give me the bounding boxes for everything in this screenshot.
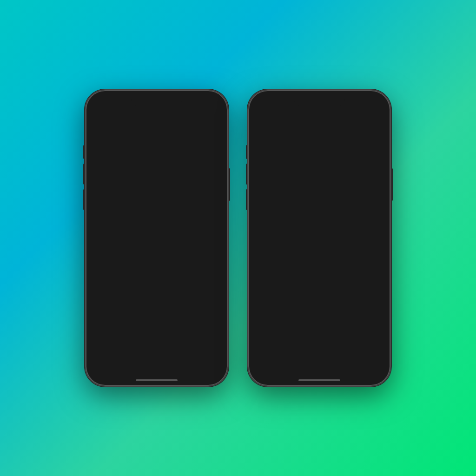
svg-point-8	[110, 172, 131, 185]
svg-point-42	[195, 261, 200, 264]
eye-icon-right: 👁	[374, 113, 378, 118]
video-cell-2	[157, 124, 229, 217]
following-button-mrmnv[interactable]: Following	[344, 241, 384, 254]
video-cell-3: Miss seeing you go Live! photosbyean Wel…	[85, 218, 156, 311]
svg-point-48	[270, 150, 296, 163]
room-info-arsh: arshfam Arsh	[281, 325, 348, 338]
live-header-right: mr.mnv, aashna... LIVE 👁 12k	[247, 107, 391, 124]
room-info-aashna: aashnahegde Aashna Hegde	[281, 270, 348, 282]
panel-handle	[311, 212, 328, 213]
video-cell-1	[85, 124, 156, 217]
room-person-3: unnati_m Unnati Malharkar Follow	[247, 290, 391, 317]
viewer-count-right: 👁 12k	[374, 113, 387, 118]
svg-rect-0	[85, 124, 156, 217]
dots-icon[interactable]: ···	[187, 362, 193, 370]
viewer-count-left: 👁 12k	[200, 113, 213, 118]
svg-rect-50	[291, 156, 296, 165]
room-info-unnati: unnati_m Unnati Malharkar	[281, 298, 348, 310]
wifi-icon: ▲	[207, 99, 212, 105]
svg-point-84	[260, 324, 270, 329]
svg-point-1	[93, 189, 148, 217]
signal-icon: ▐▐▐	[195, 99, 205, 105]
svg-point-41	[185, 261, 190, 264]
battery-icon: ▬	[214, 99, 219, 105]
comment-2: travis_shreds18 This was the best surpri…	[89, 290, 152, 307]
request-join-row[interactable]: Request to Join	[247, 347, 391, 377]
follow-button-arsh[interactable]: Follow	[353, 325, 384, 337]
room-subtitle-unnati: Unnati Malharkar	[281, 304, 348, 310]
signal-icon-r: ▐▐▐	[357, 99, 368, 105]
status-bar-right: 9:41 ▐▐▐ ▲ ▬	[247, 89, 391, 107]
heart-icon-1[interactable]: 🤍	[215, 240, 225, 251]
status-bar-left: 9:41 ▐▐▐ ▲ ▬	[85, 89, 229, 107]
follow-button-unnati[interactable]: Follow	[353, 298, 384, 310]
heart-icon-2[interactable]: 🤍	[217, 265, 225, 272]
heart-button[interactable]: ♡	[218, 362, 224, 371]
live-header-left: mr.mnv, aashnahe... LIVE 👁 12k ✕	[85, 107, 229, 124]
status-icons-left: ▐▐▐ ▲ ▬	[195, 99, 219, 105]
svg-point-69	[260, 240, 270, 245]
panel-title: In This Room	[247, 218, 391, 226]
svg-point-64	[348, 168, 352, 172]
comment-avatar-1	[89, 277, 99, 286]
svg-point-52	[276, 165, 280, 169]
room-username-mrmnv: mr.mnv	[281, 242, 338, 249]
svg-rect-7	[128, 157, 133, 166]
video-grid-left: Miss seeing you go Live! photosbyean Wel…	[85, 124, 229, 311]
svg-point-13	[118, 172, 123, 175]
svg-point-5	[107, 150, 133, 164]
svg-point-9	[113, 167, 118, 171]
follow-button-aashna[interactable]: Follow	[353, 270, 384, 282]
svg-point-60	[344, 154, 368, 164]
svg-point-47	[270, 155, 296, 183]
comment-input[interactable]: Add a Comment...	[89, 359, 184, 374]
request-join-text: Request to Join	[281, 359, 326, 366]
svg-point-10	[122, 167, 127, 171]
question-icon[interactable]: ?	[198, 362, 202, 370]
room-username-aashna: aashnahegde	[281, 270, 348, 277]
comment-text-2: travis_shreds18 This was the best surpri…	[101, 290, 152, 307]
power-button-r[interactable]	[391, 168, 393, 201]
svg-rect-46	[279, 176, 288, 185]
phone-left: 9:41 ▐▐▐ ▲ ▬ mr.mnv, aashnahe... LIVE 👁 …	[85, 89, 229, 387]
svg-point-74	[260, 269, 270, 273]
video-cell-4: 🤍 🤍 🤍	[157, 218, 229, 311]
send-icon[interactable]: ✈	[207, 362, 213, 371]
eye-icon-left: 👁	[200, 113, 205, 118]
live-badge-left: LIVE	[182, 112, 198, 119]
phone-right-screen: 9:41 ▐▐▐ ▲ ▬ mr.mnv, aashna... LIVE 👁 12…	[247, 89, 391, 387]
comment-avatar-2	[89, 294, 99, 303]
svg-rect-6	[107, 157, 113, 166]
room-person-2: aashnahegde Aashna Hegde Follow	[247, 262, 391, 290]
video-cell-r2	[320, 124, 391, 207]
in-this-room-panel: In This Room mr.mnv Manav Chhabra · Host	[247, 206, 391, 387]
svg-rect-11	[113, 165, 119, 167]
room-subtitle-arsh: Arsh	[281, 332, 348, 338]
video-cell-r1	[247, 124, 319, 207]
room-username-arsh: arshfam	[281, 325, 348, 332]
comment-1: photosbyean Welcome!	[89, 276, 152, 287]
svg-point-44	[255, 189, 311, 207]
live-username-left: mr.mnv, aashnahe...	[103, 112, 179, 118]
host-avatar-right	[252, 110, 263, 121]
live-username-right: mr.mnv, aashna...	[266, 112, 352, 118]
svg-rect-49	[270, 156, 275, 165]
svg-point-51	[273, 171, 293, 182]
svg-point-85	[261, 330, 269, 334]
svg-rect-45	[275, 186, 291, 198]
comment-text-1: photosbyean Welcome!	[101, 276, 152, 287]
close-button-left[interactable]: ✕	[218, 111, 224, 120]
heart-icon-3[interactable]: 🤍	[218, 284, 225, 291]
video-grid-right	[247, 124, 391, 208]
person-add-icon	[255, 352, 275, 373]
power-button[interactable]	[229, 168, 230, 201]
svg-point-65	[359, 168, 363, 172]
svg-rect-12	[122, 165, 127, 167]
status-icons-right: ▐▐▐ ▲ ▬	[357, 99, 382, 105]
svg-point-54	[281, 170, 285, 174]
status-time-left: 9:41	[94, 98, 106, 105]
svg-point-4	[107, 155, 133, 185]
svg-point-27	[196, 170, 200, 173]
wifi-icon-r: ▲	[370, 99, 375, 105]
host-avatar-left	[89, 110, 100, 121]
